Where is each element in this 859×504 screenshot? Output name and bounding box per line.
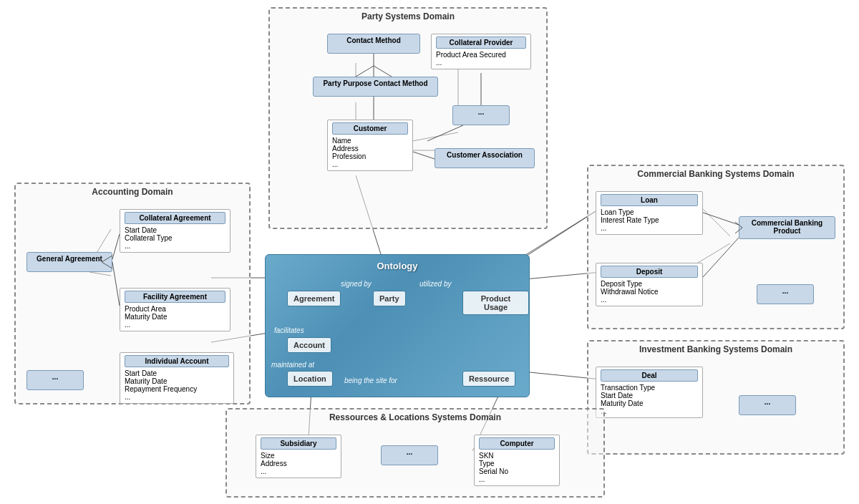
entity-ellipsis-acc: ... <box>26 370 84 390</box>
onto-relation-being-site-for: being the site for <box>344 377 397 384</box>
attr-product-area-secured: Product Area Secured <box>436 51 526 59</box>
attr-ellipsis-comp: ... <box>479 475 555 483</box>
attr-loan-type: Loan Type <box>601 208 698 216</box>
onto-relation-utilized-by: utilized by <box>419 280 451 288</box>
onto-entity-ressource: Ressource <box>462 371 515 387</box>
onto-entity-agreement: Agreement <box>287 291 341 306</box>
entity-facility-agreement: Facility Agreement Product Area Maturity… <box>120 288 230 331</box>
resources-domain-title: Ressources & Locations Systems Domain <box>227 410 603 425</box>
attr-address: Address <box>332 145 408 152</box>
entity-loan: Loan Loan Type Interest Rate Type ... <box>596 191 703 235</box>
attr-skn: SKN <box>479 452 555 460</box>
entity-ellipsis-res-mid: ... <box>381 445 438 465</box>
entity-ellipsis1: ... <box>452 105 510 125</box>
party-domain-title: Party Systems Domain <box>270 9 546 24</box>
investment-banking-domain: Investment Banking Systems Domain Deal T… <box>587 340 845 455</box>
onto-entity-account: Account <box>287 337 331 353</box>
attr-transaction-type: Transaction Type <box>601 384 698 392</box>
attr-ellipsis-ca: ... <box>125 242 225 250</box>
attr-maturity-date-deal: Maturity Date <box>601 399 698 407</box>
attr-withdrawal-notice: Withdrawal Notice <box>601 288 698 296</box>
attr-ellipsis-sub: ... <box>261 467 336 475</box>
entity-ellipsis-inv: ... <box>739 395 796 415</box>
entity-customer-association: Customer Association <box>435 148 535 168</box>
attr-ellipsis-cp: ... <box>436 59 526 67</box>
onto-relation-facilitates: facilitates <box>274 326 304 334</box>
ontology-title: Ontology <box>377 261 417 271</box>
attr-ellipsis-deal: ... <box>601 407 698 415</box>
entity-deal: Deal Transaction Type Start Date Maturit… <box>596 367 703 418</box>
onto-entity-party: Party <box>373 291 406 306</box>
svg-line-29 <box>112 262 120 306</box>
attr-ellipsis-fa: ... <box>125 321 225 329</box>
accounting-domain: Accounting Domain General Agreement Coll… <box>14 183 251 404</box>
svg-line-26 <box>427 125 463 141</box>
entity-ellipsis-com: ... <box>757 284 814 304</box>
attr-size: Size <box>261 452 336 460</box>
attr-collateral-type: Collateral Type <box>125 234 225 242</box>
entity-collateral-agreement: Collateral Agreement Start Date Collater… <box>120 209 230 253</box>
entity-party-purpose-contact-method: Party Purpose Contact Method <box>313 77 438 97</box>
commercial-domain-title: Commercial Banking Systems Domain <box>588 166 843 182</box>
attr-interest-rate-type: Interest Rate Type <box>601 216 698 224</box>
ontology-area: Ontology Agreement signed by Party utili… <box>265 254 530 397</box>
attr-repayment-freq: Repayment Frequency <box>125 385 229 393</box>
attr-product-area-fa: Product Area <box>125 305 225 313</box>
svg-line-31 <box>703 238 739 277</box>
onto-entity-location: Location <box>287 371 333 387</box>
accounting-domain-title: Accounting Domain <box>16 184 249 200</box>
entity-computer: Computer SKN Type Serial No ... <box>474 435 560 486</box>
svg-line-27 <box>413 152 435 159</box>
entity-general-agreement: General Agreement <box>26 252 112 272</box>
entity-customer: Customer Name Address Profession ... <box>327 120 413 171</box>
attr-start-date-ia: Start Date <box>125 369 229 377</box>
commercial-banking-domain: Commercial Banking Systems Domain Loan L… <box>587 165 845 329</box>
entity-collateral-provider: Collateral Provider Product Area Secured… <box>431 34 531 69</box>
party-systems-domain: Party Systems Domain Contact Method Coll… <box>268 7 548 229</box>
attr-maturity-date-ia: Maturity Date <box>125 377 229 385</box>
attr-name: Name <box>332 137 408 145</box>
attr-type: Type <box>479 460 555 467</box>
onto-entity-product-usage: Product Usage <box>462 291 529 315</box>
attr-profession: Profession <box>332 152 408 160</box>
diagram-container: Ontology Agreement signed by Party utili… <box>0 0 859 504</box>
attr-start-date-deal: Start Date <box>601 392 698 399</box>
entity-commercial-banking-product: Commercial Banking Product <box>739 216 835 239</box>
entity-individual-account: Individual Account Start Date Maturity D… <box>120 352 234 404</box>
attr-serial-no: Serial No <box>479 467 555 475</box>
entity-contact-method: Contact Method <box>327 34 420 54</box>
attr-ellipsis-loan: ... <box>601 224 698 232</box>
attr-ellipsis-c: ... <box>332 160 408 168</box>
investment-domain-title: Investment Banking Systems Domain <box>588 341 843 357</box>
entity-deposit: Deposit Deposit Type Withdrawal Notice .… <box>596 263 703 306</box>
onto-relation-maintained-at: maintained at <box>271 361 314 369</box>
attr-address: Address <box>261 460 336 467</box>
attr-ellipsis-ia: ... <box>125 393 229 401</box>
attr-ellipsis-dep: ... <box>601 296 698 304</box>
entity-subsidiary: Subsidiary Size Address ... <box>256 435 341 478</box>
attr-deposit-type: Deposit Type <box>601 280 698 288</box>
svg-line-30 <box>703 213 739 225</box>
svg-line-28 <box>112 234 120 259</box>
attr-maturity-date-fa: Maturity Date <box>125 313 225 321</box>
onto-relation-signed-by: signed by <box>341 280 372 288</box>
resources-domain: Ressources & Locations Systems Domain Su… <box>225 408 605 498</box>
attr-start-date-ca: Start Date <box>125 226 225 234</box>
